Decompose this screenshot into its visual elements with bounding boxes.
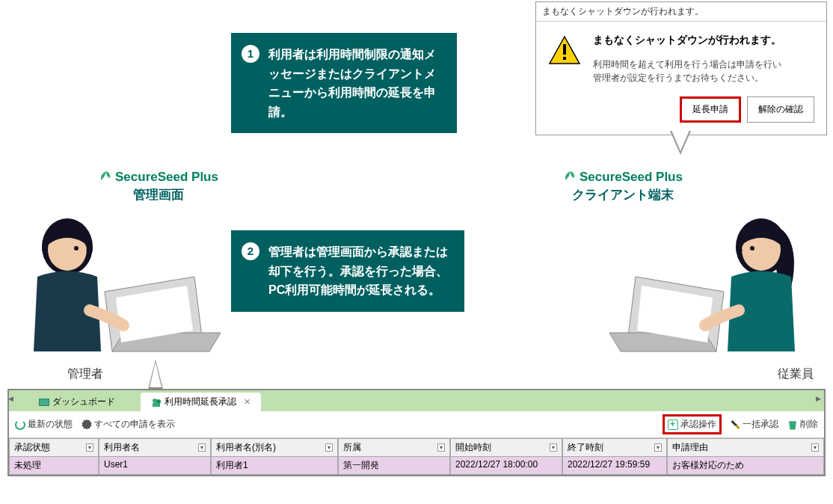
- trash-icon: [787, 420, 798, 430]
- employee-illustration: [598, 202, 830, 359]
- cell-status: 未処理: [9, 457, 99, 475]
- callout-step-2: 2 管理者は管理画面から承認または却下を行う。承認を行った場合、PC利用可能時間…: [231, 230, 464, 312]
- col-end[interactable]: 終了時刻▾: [562, 438, 667, 457]
- approve-icon: [668, 420, 678, 430]
- col-label: 終了時刻: [568, 441, 603, 454]
- cell-start: 2022/12/27 18:00:00: [450, 457, 562, 475]
- col-user[interactable]: 利用者名▾: [99, 438, 211, 457]
- leaf-icon: [99, 169, 112, 182]
- toolbar: 最新の状態 すべての申請を表示 承認操作 一括承認 削除: [9, 411, 824, 438]
- dropdown-icon[interactable]: ▾: [550, 443, 557, 452]
- svg-rect-2: [563, 57, 566, 60]
- confirm-release-button[interactable]: 解除の確認: [747, 96, 814, 123]
- leaf-icon: [563, 169, 577, 182]
- dropdown-icon[interactable]: ▾: [811, 443, 819, 452]
- col-reason[interactable]: 申請理由▾: [667, 438, 824, 457]
- tab-dashboard[interactable]: ダッシュボード: [28, 393, 126, 411]
- people-icon: [151, 397, 162, 408]
- col-label: 承認状態: [14, 441, 50, 454]
- cell-reason: お客様対応のため: [667, 457, 824, 475]
- tool-label: 承認操作: [680, 418, 716, 431]
- brand-name: SecureSeed Plus: [115, 170, 218, 184]
- cell-end: 2022/12/27 19:59:59: [562, 457, 667, 475]
- tool-label: 一括承認: [743, 418, 778, 431]
- tab-label: 利用時間延長承認: [165, 396, 236, 408]
- col-dept[interactable]: 所属▾: [338, 438, 450, 457]
- col-label: 開始時刻: [455, 441, 491, 454]
- cell-dept: 第一開発: [338, 457, 450, 475]
- dialog-title: まもなくシャットダウンが行われます。: [536, 2, 826, 22]
- svg-rect-1: [563, 44, 566, 55]
- dialog-heading: まもなくシャットダウンが行われます。: [593, 34, 814, 47]
- warning-icon: [548, 34, 581, 67]
- speech-tail: [148, 360, 163, 390]
- gear-icon: [82, 420, 92, 430]
- callout-text: 利用者は利用時間制限の通知メッセージまたはクライアントメニューから利用時間の延長…: [268, 48, 436, 118]
- callout-text: 管理者は管理画面から承認または却下を行う。承認を行った場合、PC利用可能時間が延…: [268, 245, 448, 296]
- refresh-icon: [15, 420, 25, 430]
- refresh-button[interactable]: 最新の状態: [15, 418, 73, 431]
- col-label: 利用者名: [104, 441, 140, 454]
- tab-approval[interactable]: 利用時間延長承認 ✕: [141, 393, 261, 411]
- approval-grid: 承認状態▾ 利用者名▾ 利用者名(別名)▾ 所属▾ 開始時刻▾ 終了時刻▾ 申請…: [9, 438, 824, 475]
- role-employee-label: 従業員: [778, 366, 814, 382]
- svg-point-5: [74, 246, 79, 251]
- approve-operation-button[interactable]: 承認操作: [663, 414, 722, 434]
- tab-bar: ダッシュボード 利用時間延長承認 ✕: [9, 390, 824, 411]
- product-label-client: SecureSeed Plus クライアント端末: [563, 168, 683, 204]
- svg-point-9: [153, 399, 157, 403]
- col-user-alias[interactable]: 利用者名(別名)▾: [211, 438, 338, 457]
- tool-label: 削除: [800, 418, 818, 431]
- role-admin-label: 管理者: [67, 366, 103, 382]
- dialog-message: 利用時間を超えて利用を行う場合は申請を行い 管理者が設定を行うまでお待ちください…: [593, 58, 814, 84]
- col-label: 利用者名(別名): [216, 441, 276, 454]
- extend-request-button[interactable]: 延長申請: [680, 96, 741, 123]
- show-all-button[interactable]: すべての申請を表示: [82, 418, 175, 431]
- dashboard-icon: [39, 399, 49, 406]
- close-icon[interactable]: ✕: [244, 397, 250, 407]
- product-label-admin: SecureSeed Plus 管理画面: [99, 168, 218, 204]
- dropdown-icon[interactable]: ▾: [198, 443, 206, 452]
- dropdown-icon[interactable]: ▾: [654, 443, 662, 452]
- dropdown-icon[interactable]: ▾: [325, 443, 333, 452]
- dropdown-icon[interactable]: ▾: [86, 443, 93, 452]
- cell-user: User1: [99, 457, 211, 475]
- tab-label: ダッシュボード: [52, 396, 115, 408]
- callout-step-1: 1 利用者は利用時間制限の通知メッセージまたはクライアントメニューから利用時間の…: [231, 33, 457, 133]
- admin-illustration: [0, 202, 232, 359]
- col-label: 所属: [343, 441, 361, 454]
- brand-name: SecureSeed Plus: [580, 170, 683, 184]
- col-start[interactable]: 開始時刻▾: [450, 438, 562, 457]
- dropdown-icon[interactable]: ▾: [437, 443, 445, 452]
- step-number: 2: [242, 242, 259, 260]
- svg-rect-11: [153, 403, 160, 407]
- cell-user-alias: 利用者1: [211, 457, 338, 475]
- speech-tail: [670, 131, 691, 155]
- bulk-approve-button[interactable]: 一括承認: [731, 418, 778, 431]
- shutdown-dialog: まもなくシャットダウンが行われます。 まもなくシャットダウンが行われます。 利用…: [535, 1, 827, 135]
- pen-icon: [731, 420, 740, 428]
- col-label: 申請理由: [672, 441, 708, 454]
- col-status[interactable]: 承認状態▾: [9, 438, 99, 457]
- svg-point-8: [750, 246, 754, 251]
- table-row[interactable]: 未処理 User1 利用者1 第一開発 2022/12/27 18:00:00 …: [9, 457, 824, 475]
- tool-label: すべての申請を表示: [94, 418, 175, 431]
- grid-header: 承認状態▾ 利用者名▾ 利用者名(別名)▾ 所属▾ 開始時刻▾ 終了時刻▾ 申請…: [9, 438, 824, 457]
- delete-button[interactable]: 削除: [787, 418, 818, 431]
- admin-panel: ダッシュボード 利用時間延長承認 ✕ 最新の状態 すべての申請を表示 承認操作 …: [7, 389, 826, 476]
- tool-label: 最新の状態: [28, 418, 73, 431]
- step-number: 1: [242, 45, 259, 63]
